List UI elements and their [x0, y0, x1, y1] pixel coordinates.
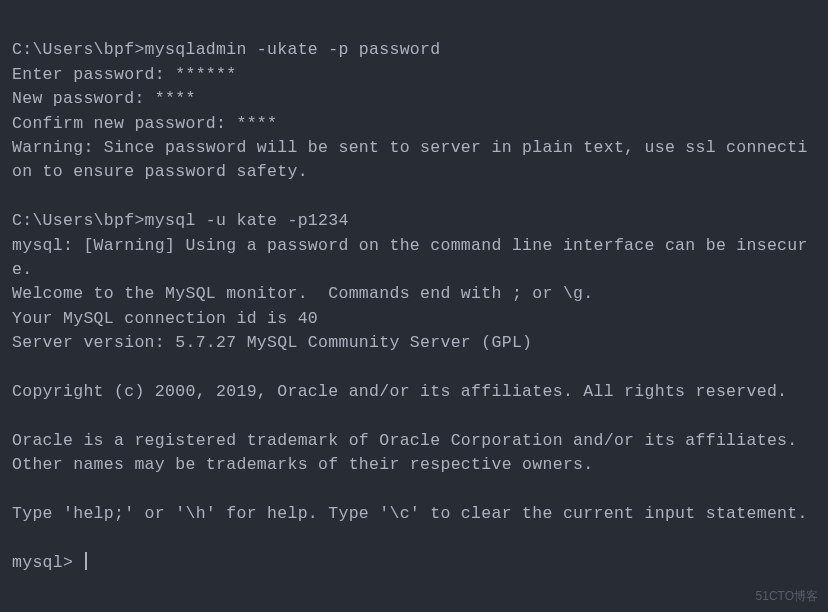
- output-line: Enter password: ******: [12, 65, 236, 84]
- output-line: Confirm new password: ****: [12, 114, 277, 133]
- output-line: Your MySQL connection id is 40: [12, 309, 318, 328]
- terminal-output[interactable]: C:\Users\bpf>mysqladmin -ukate -p passwo…: [12, 14, 816, 575]
- watermark: 51CTO博客: [756, 588, 818, 606]
- output-line: mysql: [Warning] Using a password on the…: [12, 236, 808, 279]
- output-line: Server version: 5.7.27 MySQL Community S…: [12, 333, 532, 352]
- prompt-path: C:\Users\bpf>mysqladmin -ukate -p passwo…: [12, 40, 440, 59]
- output-line: Type 'help;' or '\h' for help. Type '\c'…: [12, 504, 808, 523]
- output-line: Welcome to the MySQL monitor. Commands e…: [12, 284, 594, 303]
- mysql-prompt[interactable]: mysql>: [12, 553, 83, 572]
- output-line: Warning: Since password will be sent to …: [12, 138, 808, 181]
- prompt-path: C:\Users\bpf>mysql -u kate -p1234: [12, 211, 349, 230]
- output-line: New password: ****: [12, 89, 196, 108]
- cursor: [85, 552, 87, 570]
- output-line: Copyright (c) 2000, 2019, Oracle and/or …: [12, 382, 787, 401]
- output-line: Oracle is a registered trademark of Orac…: [12, 431, 808, 474]
